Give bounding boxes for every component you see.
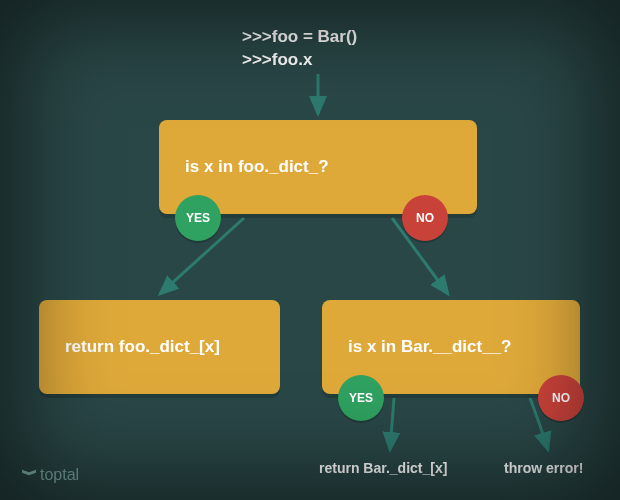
terminal-result-right: throw error! [504, 460, 583, 476]
no-badge-2: NO [538, 375, 584, 421]
arrows-layer [0, 0, 620, 500]
result-box-left: return foo._dict_[x] [39, 300, 280, 394]
toptal-logo-icon [22, 468, 36, 482]
code-block: >>>foo = Bar() >>>foo.x [242, 26, 357, 72]
terminal-result-left: return Bar._dict_[x] [319, 460, 447, 476]
no-badge-1-label: NO [416, 211, 434, 225]
yes-badge-2-label: YES [349, 391, 373, 405]
question-2-text: is x in Bar.__dict__? [348, 337, 511, 357]
result-left-text: return foo._dict_[x] [65, 337, 220, 357]
toptal-logo-text: toptal [40, 466, 79, 484]
question-1-text: is x in foo._dict_? [185, 157, 329, 177]
yes-badge-1-label: YES [186, 211, 210, 225]
yes-badge-1: YES [175, 195, 221, 241]
yes-badge-2: YES [338, 375, 384, 421]
toptal-logo: toptal [22, 466, 79, 484]
vignette-overlay [0, 0, 620, 500]
no-badge-1: NO [402, 195, 448, 241]
code-line-1: >>>foo = Bar() [242, 26, 357, 49]
no-badge-2-label: NO [552, 391, 570, 405]
code-line-2: >>>foo.x [242, 49, 357, 72]
arrow-q2-yes [390, 398, 394, 450]
